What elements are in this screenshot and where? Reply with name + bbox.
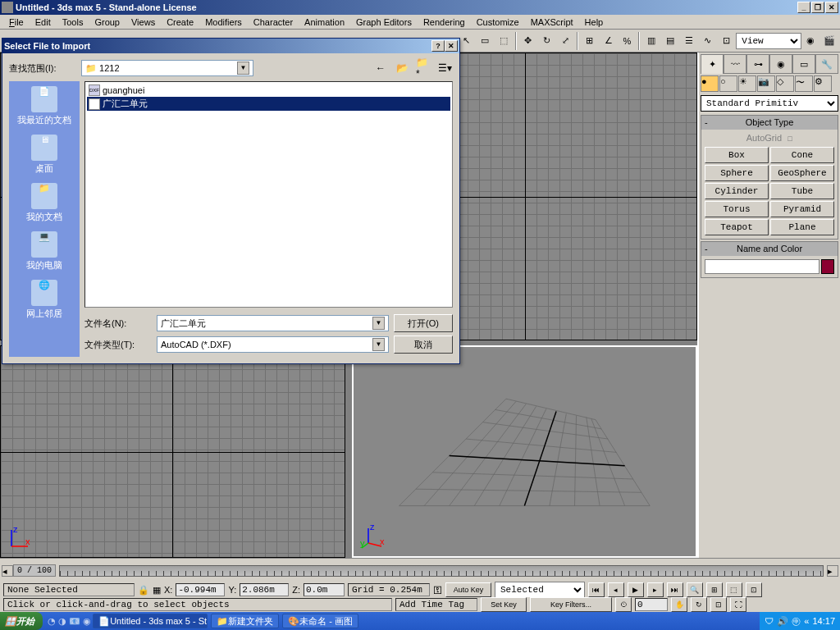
timeline-arrow-left[interactable]: ◂ (2, 565, 13, 577)
rollout-name-color[interactable]: -Name and Color (701, 242, 838, 256)
frame-indicator[interactable]: 0 / 100 (13, 564, 56, 577)
setkey-button[interactable]: Set Key (481, 597, 527, 612)
nav-zoom-all-icon[interactable]: ⊞ (706, 582, 723, 597)
pyramid-button[interactable]: Pyramid (770, 201, 834, 217)
selection-region-icon[interactable]: ⬚ (495, 32, 513, 50)
menu-tools[interactable]: Tools (57, 16, 89, 29)
mirror-icon[interactable]: ▥ (642, 32, 660, 50)
filename-input[interactable]: 广汇二单元▼ (157, 315, 389, 331)
next-frame-icon[interactable]: ▸ (647, 582, 664, 597)
close-button[interactable]: ✕ (825, 2, 838, 13)
file-item-selected[interactable]: DXF广汇二单元 (87, 97, 450, 111)
nav-maximize-icon[interactable]: ⛶ (730, 597, 746, 612)
geosphere-button[interactable]: GeoSphere (770, 165, 834, 181)
tube-button[interactable]: Tube (770, 183, 834, 199)
restore-button[interactable]: ❐ (811, 2, 824, 13)
spacewarps-icon[interactable]: 〜 (795, 75, 813, 92)
angle-snap-icon[interactable]: ∠ (600, 32, 618, 50)
curve-editor-icon[interactable]: ∿ (699, 32, 717, 50)
taskbar-item-folder[interactable]: 📁 新建文件夹 (211, 614, 279, 628)
nav-region-icon[interactable]: ⬚ (726, 582, 742, 597)
goto-start-icon[interactable]: ⏮ (588, 582, 605, 597)
lookin-dropdown[interactable]: 📁 1212 ▼ (81, 60, 253, 76)
start-button[interactable]: 🪟 开始 (0, 612, 43, 630)
time-config-icon[interactable]: ⏲ (615, 597, 632, 612)
teapot-button[interactable]: Teapot (705, 219, 769, 235)
cameras-icon[interactable]: 📷 (757, 75, 775, 92)
nav-pan-icon[interactable]: ✋ (671, 597, 687, 612)
menu-file[interactable]: File (3, 16, 30, 29)
play-icon[interactable]: ▶ (628, 582, 644, 597)
filetype-dropdown[interactable]: AutoCAD (*.DXF)▼ (157, 336, 389, 353)
place-recent[interactable]: 📄我最近的文档 (17, 86, 71, 126)
menu-views[interactable]: Views (126, 16, 161, 29)
object-name-input[interactable] (705, 259, 819, 274)
place-network[interactable]: 🌐网上邻居 (26, 280, 62, 320)
create-tab-icon[interactable]: ✦ (701, 54, 724, 74)
hierarchy-tab-icon[interactable]: ⊶ (746, 54, 769, 74)
file-item[interactable]: DXFguanghuei (87, 84, 450, 97)
menu-help[interactable]: Help (579, 16, 609, 29)
menu-animation[interactable]: Animation (299, 16, 350, 29)
menu-edit[interactable]: Edit (30, 16, 57, 29)
key-mode-dropdown[interactable]: Selected (495, 582, 585, 598)
shapes-icon[interactable]: ○ (719, 75, 737, 92)
autogrid-checkbox[interactable]: AutoGrid ☐ (705, 133, 834, 144)
display-tab-icon[interactable]: ▭ (792, 54, 815, 74)
transform-type-icon[interactable]: ▦ (153, 585, 161, 596)
dialog-close-button[interactable]: ✕ (445, 40, 458, 52)
new-folder-icon[interactable]: 📁* (415, 60, 431, 76)
object-color-swatch[interactable] (821, 259, 834, 274)
autokey-button[interactable]: Auto Key (445, 582, 491, 597)
add-time-tag[interactable]: Add Time Tag (395, 598, 477, 611)
schematic-icon[interactable]: ⊡ (717, 32, 735, 50)
y-coord-input[interactable] (240, 583, 289, 596)
select-by-name-icon[interactable]: ▭ (476, 32, 494, 50)
place-desktop[interactable]: 🖥桌面 (31, 135, 57, 175)
up-folder-icon[interactable]: 📂 (394, 60, 410, 76)
system-tray[interactable]: 🛡 🔊 ㊥ « 14:17 (760, 612, 840, 630)
x-coord-input[interactable] (176, 583, 225, 596)
percent-snap-icon[interactable]: % (619, 32, 637, 50)
menu-character[interactable]: Character (248, 16, 299, 29)
rollout-object-type[interactable]: -Object Type (701, 116, 838, 130)
cone-button[interactable]: Cone (770, 147, 834, 163)
viewport-left[interactable]: zx (0, 345, 345, 558)
views-menu-icon[interactable]: ☰▾ (436, 60, 453, 76)
box-button[interactable]: Box (705, 147, 769, 163)
prev-frame-icon[interactable]: ◂ (608, 582, 624, 597)
tray-icon[interactable]: 🛡 (765, 616, 774, 626)
modify-tab-icon[interactable]: 〰 (724, 54, 746, 74)
systems-icon[interactable]: ⚙ (814, 75, 832, 92)
helpers-icon[interactable]: ◇ (776, 75, 794, 92)
move-icon[interactable]: ✥ (519, 32, 537, 50)
open-button[interactable]: 打开(O) (394, 314, 453, 332)
current-frame-input[interactable] (635, 598, 668, 611)
nav-arc-icon[interactable]: ↻ (691, 597, 707, 612)
tray-lang-icon[interactable]: ㊥ (792, 615, 801, 628)
primitive-type-dropdown[interactable]: Standard Primitiv (701, 95, 838, 112)
place-mydocs[interactable]: 📁我的文档 (26, 183, 62, 223)
file-list[interactable]: DXFguanghuei DXF广汇二单元 (84, 81, 453, 308)
geometry-icon[interactable]: ● (701, 75, 719, 92)
utilities-tab-icon[interactable]: 🔧 (815, 54, 838, 74)
sphere-button[interactable]: Sphere (705, 165, 769, 181)
torus-button[interactable]: Torus (705, 201, 769, 217)
nav-zoom-icon[interactable]: 🔍 (687, 582, 703, 597)
tray-icon[interactable]: 🔊 (777, 616, 788, 627)
goto-end-icon[interactable]: ⏭ (667, 582, 683, 597)
menu-modifiers[interactable]: Modifiers (199, 16, 248, 29)
back-icon[interactable]: ← (372, 60, 389, 76)
key-icon[interactable]: ⚿ (433, 585, 442, 595)
cancel-button[interactable]: 取消 (394, 336, 453, 354)
menu-customize[interactable]: Customize (471, 16, 525, 29)
timeline-arrow-right[interactable]: ▸ (827, 565, 838, 577)
motion-tab-icon[interactable]: ◉ (769, 54, 792, 74)
rotate-icon[interactable]: ↻ (537, 32, 555, 50)
viewport-perspective[interactable]: zxy (352, 345, 697, 558)
render-scene-icon[interactable]: 🎬 (820, 32, 838, 50)
lights-icon[interactable]: ☀ (738, 75, 756, 92)
snap-toggle-icon[interactable]: ⊞ (581, 32, 599, 50)
minimize-button[interactable]: _ (797, 2, 810, 13)
cylinder-button[interactable]: Cylinder (705, 183, 769, 199)
